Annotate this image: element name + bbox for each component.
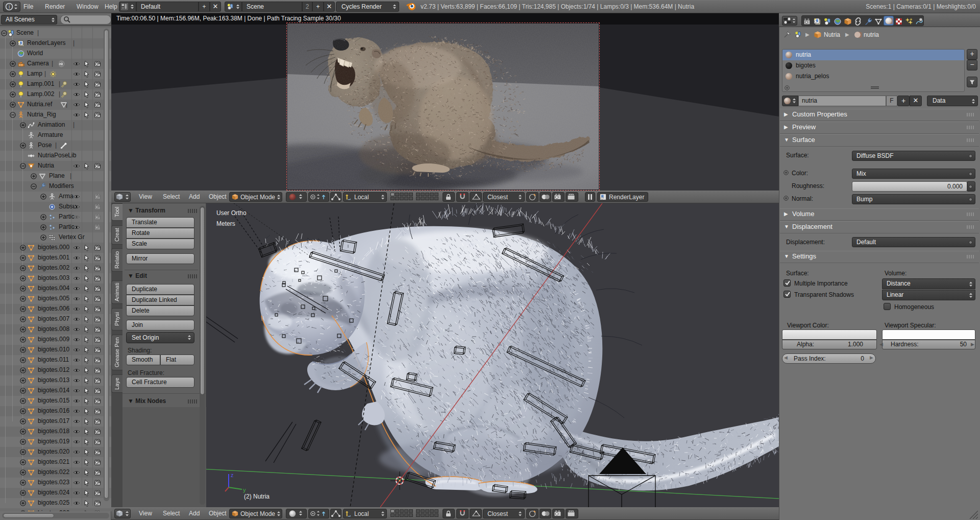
svg-text:y: y bbox=[243, 487, 246, 493]
svg-text:i: i bbox=[9, 4, 10, 10]
svg-text:z: z bbox=[231, 472, 234, 478]
